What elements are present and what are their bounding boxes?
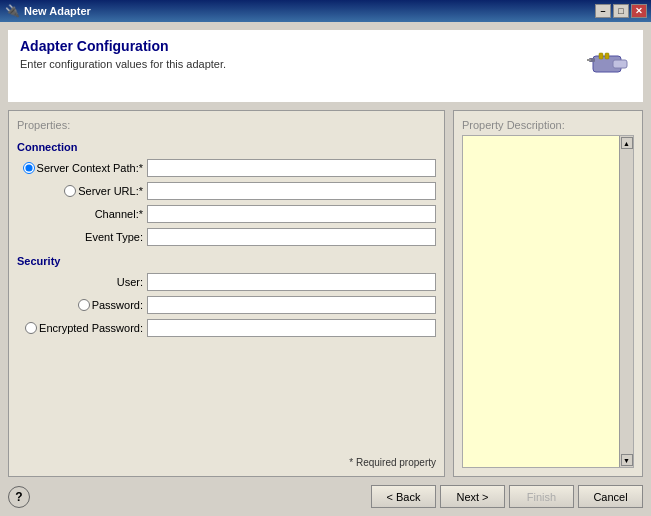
svg-rect-3	[587, 59, 591, 61]
header-text: Adapter Configuration Enter configuratio…	[20, 38, 226, 70]
password-label: Password:	[17, 299, 147, 311]
event-type-input[interactable]	[147, 228, 436, 246]
properties-label: Properties:	[17, 119, 436, 131]
password-input[interactable]	[147, 296, 436, 314]
navigation-buttons: < Back Next > Finish Cancel	[371, 485, 643, 508]
event-type-label: Event Type:	[17, 231, 147, 243]
event-type-row: Event Type:	[17, 228, 436, 246]
encrypted-password-input[interactable]	[147, 319, 436, 337]
minimize-button[interactable]: –	[595, 4, 611, 18]
encrypted-password-row: Encrypted Password:	[17, 319, 436, 337]
help-button[interactable]: ?	[8, 486, 30, 508]
server-context-path-label: Server Context Path:*	[17, 162, 147, 174]
channel-label: Channel:*	[17, 208, 147, 220]
scroll-up-arrow[interactable]: ▲	[621, 137, 633, 149]
encrypted-password-radio[interactable]	[25, 322, 37, 334]
user-row: User:	[17, 273, 436, 291]
server-url-row: Server URL:*	[17, 182, 436, 200]
window-title: New Adapter	[24, 5, 91, 17]
encrypted-password-label: Encrypted Password:	[17, 322, 147, 334]
close-button[interactable]: ✕	[631, 4, 647, 18]
channel-row: Channel:*	[17, 205, 436, 223]
page-title: Adapter Configuration	[20, 38, 226, 54]
required-note: * Required property	[17, 453, 436, 468]
back-button[interactable]: < Back	[371, 485, 436, 508]
user-input[interactable]	[147, 273, 436, 291]
window-body: Adapter Configuration Enter configuratio…	[0, 22, 651, 516]
maximize-button[interactable]: □	[613, 4, 629, 18]
server-url-label: Server URL:*	[17, 185, 147, 197]
title-bar-left: 🔌 New Adapter	[4, 3, 91, 19]
title-bar: 🔌 New Adapter – □ ✕	[0, 0, 651, 22]
server-context-path-radio[interactable]	[23, 162, 35, 174]
property-description-panel: Property Description: ▲ ▼	[453, 110, 643, 477]
window-icon: 🔌	[4, 3, 20, 19]
description-box: ▲ ▼	[462, 135, 634, 468]
password-row: Password:	[17, 296, 436, 314]
bottom-area: ? < Back Next > Finish Cancel	[8, 477, 643, 508]
page-subtitle: Enter configuration values for this adap…	[20, 58, 226, 70]
title-bar-controls: – □ ✕	[595, 4, 647, 18]
next-button[interactable]: Next >	[440, 485, 505, 508]
password-radio[interactable]	[78, 299, 90, 311]
server-url-input[interactable]	[147, 182, 436, 200]
server-url-radio[interactable]	[64, 185, 76, 197]
cancel-button[interactable]: Cancel	[578, 485, 643, 508]
description-scrollbar: ▲ ▼	[619, 136, 633, 467]
property-description-label: Property Description:	[462, 119, 634, 131]
content-area: Properties: Connection Server Context Pa…	[8, 110, 643, 477]
svg-rect-1	[613, 60, 627, 68]
user-label: User:	[17, 276, 147, 288]
scroll-down-arrow[interactable]: ▼	[621, 454, 633, 466]
svg-rect-4	[599, 53, 603, 59]
header-area: Adapter Configuration Enter configuratio…	[8, 30, 643, 102]
connection-group-title: Connection	[17, 141, 436, 153]
header-icon	[583, 38, 631, 94]
server-context-path-row: Server Context Path:*	[17, 159, 436, 177]
properties-panel: Properties: Connection Server Context Pa…	[8, 110, 445, 477]
svg-rect-5	[605, 53, 609, 59]
channel-input[interactable]	[147, 205, 436, 223]
server-context-path-input[interactable]	[147, 159, 436, 177]
finish-button[interactable]: Finish	[509, 485, 574, 508]
security-group-title: Security	[17, 255, 436, 267]
